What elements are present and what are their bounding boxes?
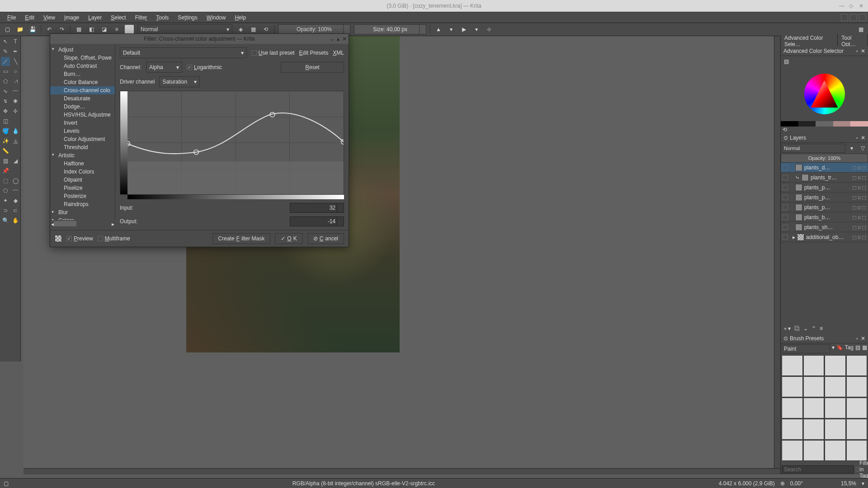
tool-assistant[interactable]: ◬ [11, 136, 20, 145]
eye-icon[interactable] [783, 235, 788, 240]
gradient-icon[interactable]: ◧ [87, 25, 96, 34]
brush-editor-icon[interactable]: ≡ [112, 25, 121, 34]
tool-text[interactable]: T [11, 37, 20, 46]
status-zoom[interactable]: 15,5% [841, 480, 856, 487]
tree-item[interactable]: Halftone [50, 160, 115, 168]
lock-icon[interactable]: ◻ [852, 164, 857, 171]
layer-row[interactable]: ▸additional_ob…◻α◻ [781, 232, 868, 242]
tool-freehand-path[interactable]: 〰 [11, 87, 20, 96]
brush-preset[interactable]: 🖌 [782, 419, 803, 440]
tool-move[interactable]: ↖ [1, 37, 10, 46]
float-brushes-icon[interactable]: ▫ [856, 335, 858, 342]
tree-item[interactable]: Index Colors [50, 168, 115, 176]
move-up-icon[interactable]: ⌃ [811, 325, 816, 332]
menu-view[interactable]: View [39, 14, 60, 22]
tool-select-rect[interactable]: ⬚ [1, 176, 10, 185]
tool-calligraphy[interactable]: ✒ [11, 47, 20, 56]
tool-brush[interactable]: ／ [1, 57, 10, 66]
tool-select-bezier[interactable]: ⊃ [1, 206, 10, 215]
scrollbar-h[interactable] [24, 468, 780, 474]
dialog-titlebar[interactable]: Filter: Cross-channel color adjustment —… [50, 34, 349, 44]
menu-image[interactable]: Image [60, 14, 84, 22]
tool-rect[interactable]: ▭ [1, 67, 10, 76]
reset-button[interactable]: Reset [281, 62, 344, 73]
tool-ellipse[interactable]: ○ [11, 67, 20, 76]
dialog-collapse-icon[interactable]: ⌄ [330, 36, 334, 42]
menu-edit[interactable]: Edit [20, 14, 39, 22]
menu-layer[interactable]: Layer [84, 14, 106, 22]
tool-transform[interactable]: ✥ [1, 107, 10, 116]
ok-button[interactable]: ✓ OK [275, 233, 302, 244]
tool-select-similar[interactable]: ◆ [11, 196, 20, 205]
tool-polygon[interactable]: ⬠ [1, 77, 10, 86]
brush-preset[interactable]: ◐ [825, 398, 846, 418]
tree-item[interactable]: Oilpaint [50, 176, 115, 184]
brush-category-select[interactable]: Paint [782, 344, 830, 353]
tool-select-magnetic[interactable]: ⊂ [11, 206, 20, 215]
tool-ref[interactable]: 📌 [1, 166, 10, 175]
color-config-icon[interactable]: ▤ [782, 57, 791, 66]
close-docker-icon[interactable]: ✕ [861, 48, 865, 54]
view-mode-icon[interactable]: ▦ [862, 344, 867, 353]
tree-category-blur[interactable]: Blur [50, 208, 115, 216]
cancel-button[interactable]: ⊘ Cancel [307, 233, 344, 244]
brush-preset[interactable]: 🖌 [803, 419, 825, 440]
input-spinner[interactable]: 32 [290, 203, 344, 213]
layer-row[interactable]: plants_p…◻α◻ [781, 183, 868, 192]
scrollbar-v[interactable] [774, 36, 780, 468]
tool-smart-patch[interactable]: ✨ [1, 136, 10, 145]
add-layer-icon[interactable]: ＋▾ [783, 325, 791, 333]
menu-filter[interactable]: Filter [131, 14, 152, 22]
tool-fill[interactable]: 🪣 [1, 127, 10, 136]
layer-blend-select[interactable]: Normal [782, 144, 845, 153]
multiframe-checkbox[interactable]: Multiframe [98, 235, 130, 242]
new-doc-icon[interactable]: ▢ [3, 25, 12, 34]
layer-row[interactable]: plants_d…◻α◻ [781, 163, 868, 173]
close-brushes-icon[interactable]: ✕ [861, 335, 865, 342]
brush-preset[interactable]: 🖊 [782, 376, 803, 397]
layer-row[interactable]: plants_p…◻α◻ [781, 192, 868, 202]
tree-item[interactable]: Slope, Offset, Powe [50, 54, 115, 62]
channel-select[interactable]: Alpha▾ [146, 62, 182, 73]
eye-icon[interactable] [783, 185, 788, 190]
mirror-y-icon[interactable]: ▶ [459, 25, 468, 34]
tool-select-ellipse[interactable]: ◯ [11, 176, 20, 185]
output-spinner[interactable]: -14 [290, 216, 344, 226]
preset-select[interactable]: Default▾ [120, 47, 247, 58]
tree-category-adjust[interactable]: Adjust [50, 46, 115, 54]
brush-preview[interactable] [125, 25, 134, 34]
brush-preset[interactable]: 🖍 [825, 376, 846, 397]
selection-mode-icon[interactable]: ▢ [4, 480, 9, 487]
tree-item[interactable]: Color Balance [50, 78, 115, 86]
tree-item[interactable]: HSV/HSL Adjustme [50, 111, 115, 119]
tool-grad[interactable]: ▨ [1, 156, 10, 165]
eye-icon[interactable] [783, 215, 788, 220]
alpha-icon[interactable]: ◻ [862, 164, 866, 171]
menu-file[interactable]: File [3, 14, 20, 22]
tag-icon[interactable]: 🔖 [836, 344, 843, 353]
tree-item[interactable]: Posterize [50, 192, 115, 200]
tree-item[interactable]: Auto Contrast [50, 62, 115, 70]
brush-preset[interactable]: 🖌 [846, 440, 868, 461]
mirror-x-dropdown-icon[interactable]: ▾ [447, 25, 456, 34]
workspace-chooser-icon[interactable]: ▦ [856, 25, 865, 34]
brush-preset[interactable]: 〜 [825, 355, 846, 376]
logarithmic-checkbox[interactable]: ✓Logarithmic [187, 64, 222, 70]
zoom-dropdown-icon[interactable]: ▾ [862, 480, 864, 487]
brush-preset[interactable]: 🖌 [846, 376, 868, 397]
tree-hscroll[interactable]: ◂▸ [50, 220, 115, 228]
tool-dynamic[interactable]: ↯ [1, 97, 10, 106]
pattern-icon[interactable]: ▦ [74, 25, 83, 34]
tree-item[interactable]: Color Adjustment [50, 135, 115, 143]
eye-icon[interactable] [783, 205, 788, 210]
reload-colors-icon[interactable]: ⟲ [783, 127, 787, 133]
tree-item[interactable]: Threshold [50, 143, 115, 151]
close-icon[interactable]: ✕ [859, 3, 865, 9]
mirror-y-dropdown-icon[interactable]: ▾ [472, 25, 481, 34]
undo-icon[interactable]: ↶ [45, 25, 54, 34]
float-docker-icon[interactable]: ▫ [856, 48, 858, 54]
tool-measure[interactable]: 📏 [1, 146, 10, 155]
menu-settings[interactable]: Settings [173, 14, 202, 22]
eraser-icon[interactable]: ◈ [236, 25, 245, 34]
tool-polyline[interactable]: ⩘ [11, 77, 20, 86]
